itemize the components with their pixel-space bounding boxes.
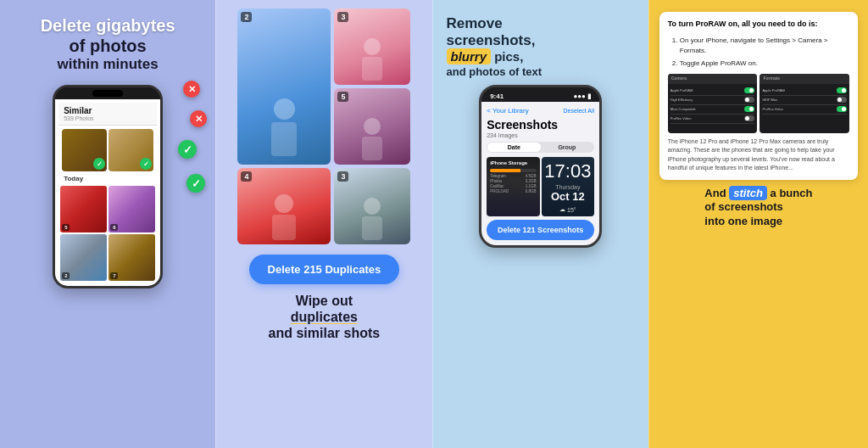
photo-num-6: 6 bbox=[110, 224, 118, 231]
panel-4-article-container: To turn ProRAW on, all you need to do is… bbox=[659, 12, 858, 180]
photo-cell-6: 7 bbox=[108, 234, 155, 281]
settings-preview: Camera Apple ProRAW High Efficiency Most bbox=[668, 74, 849, 133]
panel-2-inner: 2 3 5 bbox=[225, 8, 423, 440]
article-steps-list: On your iPhone, navigate to Settings > C… bbox=[668, 36, 849, 69]
clock-display: 17:03 Thursday Oct 12 ☁15° bbox=[544, 160, 591, 213]
toggle-heif bbox=[837, 97, 847, 103]
storage-screenshot: iPhone Storage Telegram4.5GB Photos3.2GB… bbox=[487, 157, 540, 216]
of-screenshots-label: of screenshots bbox=[704, 200, 782, 213]
footer-duplicates-word: duplicates bbox=[291, 310, 358, 324]
phone-screen-1: Similar 539 Photos ✓ ✓ Today 5 bbox=[55, 99, 160, 286]
photo-num-7: 7 bbox=[110, 272, 118, 279]
footer-line1: Wipe out bbox=[296, 294, 353, 308]
photo-cell-3: 5 bbox=[60, 186, 107, 232]
mosaic-num-4: 4 bbox=[241, 171, 252, 182]
panel-4-bottom-text: And stitch a bunch of screenshots into o… bbox=[704, 187, 812, 230]
setting-row-2: High Efficiency bbox=[670, 96, 755, 105]
panel-4: To turn ProRAW on, all you need to do is… bbox=[648, 0, 868, 448]
camera-settings-screen: Camera Apple ProRAW High Efficiency Most bbox=[668, 74, 758, 133]
storage-item-proload: PROLOAD0.8GB bbox=[490, 189, 537, 193]
mosaic-cell-3: 5 bbox=[334, 88, 410, 165]
mosaic-num-3b: 3 bbox=[337, 171, 348, 182]
panel-1-headline: Delete gigabytes of photos within minute… bbox=[41, 15, 175, 73]
headline-line2: of photos bbox=[41, 36, 175, 56]
headline-line1: Delete gigabytes bbox=[41, 15, 175, 36]
camera-settings-content: Apple ProRAW High Efficiency Most Compat… bbox=[668, 84, 758, 126]
blurry-badge: blurry bbox=[447, 48, 492, 64]
bunch-label: a bunch bbox=[771, 187, 813, 199]
photo-grid: 5 6 2 7 bbox=[58, 184, 157, 283]
storage-item-telegram: Telegram4.5GB bbox=[490, 174, 537, 178]
article-step-2: Toggle Apple ProRAW on. bbox=[680, 59, 849, 69]
photo-count: 539 Photos bbox=[64, 115, 152, 121]
check-badge-main: ✓ bbox=[93, 158, 105, 170]
notch-pill bbox=[92, 90, 123, 97]
formats-header: Formats bbox=[760, 74, 849, 84]
photo-cell-5: 2 bbox=[60, 234, 107, 281]
mosaic-num-3: 3 bbox=[337, 12, 348, 22]
toggle-format-prores bbox=[837, 106, 847, 112]
toggle-compatible bbox=[744, 106, 754, 112]
photo-num-5: 5 bbox=[62, 224, 70, 231]
article-body: The iPhone 12 Pro and iPhone 12 Pro Max … bbox=[668, 137, 849, 173]
panel-2-footer: Wipe out duplicates and similar shots bbox=[269, 293, 381, 342]
camera-settings-header: Camera bbox=[668, 74, 758, 84]
screenshots-title: Screenshots bbox=[487, 118, 594, 132]
stitch-badge: stitch bbox=[729, 186, 767, 200]
check-badge-1: ✓ bbox=[178, 140, 197, 159]
mosaic-cell-4: 4 bbox=[237, 168, 331, 244]
storage-item-photos: Photos3.2GB bbox=[490, 179, 537, 183]
panel-1: Delete gigabytes of photos within minute… bbox=[0, 0, 215, 448]
iphone-screen-content: < Your Library Deselect All Screenshots … bbox=[481, 102, 599, 245]
screenshots-line: screenshots, bbox=[447, 32, 635, 49]
photos-of-text-line: and photos of text bbox=[447, 65, 635, 78]
setting-row-3: Most Compatible bbox=[670, 105, 755, 115]
phone-notch bbox=[55, 87, 160, 99]
headline-line3: within minutes bbox=[41, 56, 175, 73]
photo-cell-2: ✓ bbox=[108, 129, 153, 171]
clock-day: Thursday bbox=[544, 184, 591, 190]
format-row-1: Apple ProRAW bbox=[762, 87, 847, 96]
group-tab[interactable]: Group bbox=[541, 143, 594, 152]
storage-item-cadillac: Cadillac1.1GB bbox=[490, 184, 537, 188]
and-label: And bbox=[704, 187, 726, 199]
pics-label: pics, bbox=[494, 49, 523, 64]
deselect-all-button[interactable]: Deselect All bbox=[564, 108, 595, 114]
mosaic-cell-1: 2 bbox=[237, 8, 331, 165]
date-group-toggle: Date Group bbox=[487, 142, 594, 153]
article-step-1: On your iPhone, navigate to Settings > C… bbox=[680, 36, 849, 56]
screenshot-thumbs: iPhone Storage Telegram4.5GB Photos3.2GB… bbox=[487, 157, 594, 216]
remove-line: Remove bbox=[447, 15, 635, 32]
photo-mosaic: 2 3 5 bbox=[237, 8, 410, 244]
mosaic-cell-2: 3 bbox=[334, 8, 410, 85]
mosaic-cell-5: 3 bbox=[334, 168, 410, 244]
weather-strip: ☁15° bbox=[544, 206, 591, 213]
panel-4-article: To turn ProRAW on, all you need to do is… bbox=[659, 12, 858, 180]
delete-duplicates-button[interactable]: Delete 215 Duplicates bbox=[249, 255, 400, 284]
into-one-label: into one image bbox=[704, 215, 782, 227]
today-label: Today bbox=[58, 173, 157, 184]
storage-title: iPhone Storage bbox=[490, 160, 537, 165]
date-tab[interactable]: Date bbox=[487, 143, 541, 152]
footer-line3: and similar shots bbox=[269, 326, 381, 340]
clock-time: 17:03 bbox=[544, 160, 591, 182]
iphone-nav-bar: < Your Library Deselect All bbox=[487, 105, 594, 118]
mosaic-num-2: 2 bbox=[241, 12, 252, 22]
temp-display: ☁15° bbox=[559, 206, 576, 213]
panel-3: Remove screenshots, blurry pics, and pho… bbox=[432, 0, 648, 448]
formats-screen: Formats Apple ProRAW HEIF Max ProRes Vid… bbox=[760, 74, 849, 133]
check-badge-2: ✓ bbox=[186, 174, 205, 193]
check-badge-secondary: ✓ bbox=[140, 158, 152, 170]
mosaic-num-5: 5 bbox=[337, 92, 348, 102]
toggle-proraw bbox=[744, 87, 754, 93]
storage-bar bbox=[490, 169, 537, 172]
article-title: To turn ProRAW on, all you need to do is… bbox=[668, 19, 849, 31]
toggle-high-efficiency bbox=[744, 97, 754, 103]
iphone-mockup-screenshots: 9:41 ●●● ▮ < Your Library Deselect All S… bbox=[479, 85, 602, 248]
format-row-3: ProRes Video bbox=[762, 105, 847, 115]
setting-row-4: ProRes Video bbox=[670, 115, 755, 124]
delete-screenshots-button[interactable]: Delete 121 Screenshots bbox=[487, 220, 594, 240]
photo-cell-1: ✓ bbox=[62, 129, 107, 171]
similar-header: Similar bbox=[64, 106, 152, 115]
back-button[interactable]: < Your Library bbox=[487, 107, 529, 115]
